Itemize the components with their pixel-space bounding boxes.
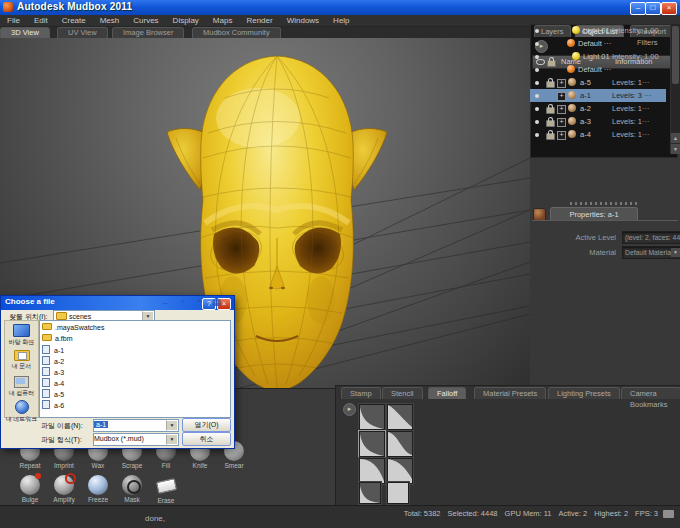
expand-icon[interactable]: + [557,92,566,101]
tab-lighting-presets[interactable]: Lighting Presets [548,387,620,399]
restore-button[interactable]: □ [645,2,661,15]
visibility-dot-icon[interactable] [535,107,539,111]
expand-icon[interactable]: + [557,105,566,114]
minimize-button[interactable]: – [630,2,646,15]
visibility-dot-icon[interactable] [535,42,539,46]
tab-falloff[interactable]: Falloff [428,387,466,399]
file-row[interactable]: a-6 [42,399,64,410]
visibility-dot-icon[interactable] [535,55,539,59]
window-title: Autodesk Mudbox 2011 [17,1,132,12]
tool-erase[interactable]: Erase [149,475,183,504]
falloff-preset-3-selected[interactable] [359,431,385,457]
tab-uv-view[interactable]: UV View [57,27,108,38]
back-icon[interactable]: ← [159,296,172,308]
file-row[interactable]: a-1 [42,344,64,355]
tool-amplify[interactable]: Amplify [47,475,81,503]
object-row-a2[interactable]: + a-2 Levels: 1··· [530,102,666,115]
scroll-down-icon[interactable]: ▼ [671,143,678,154]
menu-create[interactable]: Create [55,16,93,25]
tray-flyout-button[interactable]: ▸ [343,403,356,416]
visibility-dot-icon[interactable] [535,68,539,72]
place-my-documents[interactable]: 내 문서 [5,350,38,371]
expand-icon[interactable]: + [557,79,566,88]
active-level-dropdown[interactable]: (level: 2, faces: 448 [622,231,680,244]
close-button[interactable]: × [661,2,677,15]
falloff-preset-2[interactable] [387,404,413,430]
file-row[interactable]: a-4 [42,377,64,388]
visibility-dot-icon[interactable] [535,94,539,98]
tab-image-browser[interactable]: Image Browser [112,27,184,38]
material-dropdown[interactable]: Default Material ▼ [622,246,680,259]
visibility-dot-icon[interactable] [535,81,539,85]
falloff-preset-7[interactable] [359,482,381,504]
chevron-down-icon[interactable]: ▼ [671,248,680,257]
choose-file-dialog[interactable]: Choose a file ? × 찾을 위치(I): scenes ▼ ← ↑… [0,295,235,449]
menu-mesh[interactable]: Mesh [93,16,127,25]
file-type-dropdown[interactable]: Mudbox (*.mud) ▼ [93,433,179,446]
menu-curves[interactable]: Curves [126,16,165,25]
file-row[interactable]: a-5 [42,388,64,399]
place-desktop[interactable]: 바탕 화면 [5,324,38,347]
tool-mask[interactable]: Mask [115,475,149,503]
object-row-default[interactable]: Default ··· [530,37,666,50]
falloff-preset-1[interactable] [359,404,385,430]
menu-edit[interactable]: Edit [27,16,55,25]
object-row-light-01[interactable]: Light 01 ··· Intensity: 1,00 [530,24,666,37]
file-row[interactable]: a-2 [42,355,64,366]
lock-icon[interactable] [546,133,555,140]
visibility-dot-icon[interactable] [535,133,539,137]
falloff-preset-6[interactable] [387,458,413,484]
lock-icon[interactable] [546,81,555,88]
object-row-a1-selected[interactable]: + a-1 Levels: 3 ··· [530,89,666,102]
new-folder-icon[interactable]: * [193,296,206,308]
visibility-dot-icon[interactable] [535,120,539,124]
properties-tab[interactable]: Properties: a-1 [550,207,638,221]
object-row-a5[interactable]: + a-5 Levels: 1··· [530,76,666,89]
lock-icon[interactable] [546,107,555,114]
tool-bulge[interactable]: Bulge [13,475,47,503]
visibility-dot-icon[interactable] [535,29,539,33]
tab-camera-bookmarks[interactable]: Camera Bookmarks [621,387,680,399]
menu-help[interactable]: Help [326,16,356,25]
lock-icon[interactable] [546,120,555,127]
list-scrollbar[interactable]: ▲ ▼ [670,24,678,154]
file-row-folder[interactable]: a.fbm [42,333,73,344]
falloff-preset-4[interactable] [387,431,413,457]
file-list[interactable]: .mayaSwatches a.fbm a-1 a-2 a-3 a-4 a-5 … [39,320,231,418]
chevron-down-icon[interactable]: ▼ [166,420,178,431]
menu-maps[interactable]: Maps [206,16,240,25]
title-bar[interactable]: Autodesk Mudbox 2011 – □ × [0,0,680,15]
file-row[interactable]: a-3 [42,366,64,377]
scrollbar-thumb[interactable] [672,26,678,84]
object-row-light-01[interactable]: Light 01 ··· Intensity: 1,00 [530,50,666,63]
view-menu-icon[interactable]: ▦ [210,296,223,308]
cancel-button[interactable]: 취소 [182,432,231,446]
tool-freeze[interactable]: Freeze [81,475,115,503]
tab-stencil[interactable]: Stencil [382,387,423,399]
object-row-a4[interactable]: + a-4 Levels: 1··· [530,128,666,141]
falloff-preset-8[interactable] [387,482,409,504]
open-button[interactable]: 열기(O) [182,418,231,432]
falloff-preset-5[interactable] [359,458,385,484]
tab-stamp[interactable]: Stamp [341,387,381,399]
up-folder-icon[interactable]: ↑ [176,296,189,308]
place-my-computer[interactable]: 내 컴퓨터 [5,376,38,398]
file-name-input[interactable]: a-1 ▼ [93,419,179,432]
panel-splitter[interactable] [570,202,640,205]
object-row-a3[interactable]: + a-3 Levels: 1··· [530,115,666,128]
tab-material-presets[interactable]: Material Presets [474,387,546,399]
menu-file[interactable]: File [0,16,27,25]
menu-windows[interactable]: Windows [280,16,326,25]
tab-mudbox-community[interactable]: Mudbox Community [192,27,281,38]
place-my-network[interactable]: 내 네트워크 [5,400,38,424]
menu-display[interactable]: Display [166,16,206,25]
object-row-default[interactable]: Default ··· [530,63,666,76]
scroll-up-icon[interactable]: ▲ [671,132,678,143]
tab-3d-view[interactable]: 3D View [0,27,50,38]
menu-render[interactable]: Render [239,16,279,25]
file-row-folder[interactable]: .mayaSwatches [42,322,104,333]
folder-icon [42,334,52,341]
expand-icon[interactable]: + [557,131,566,140]
expand-icon[interactable]: + [557,118,566,127]
chevron-down-icon[interactable]: ▼ [166,434,178,445]
